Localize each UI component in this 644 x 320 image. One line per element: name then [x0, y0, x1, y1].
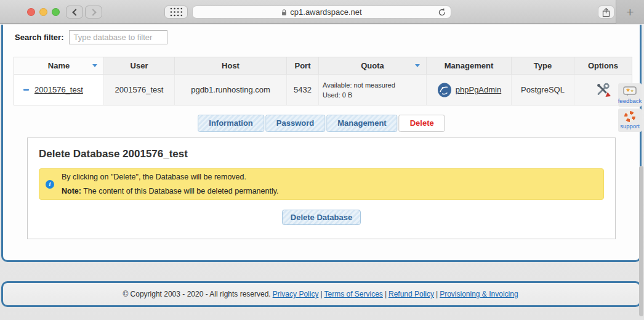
postgresql-elephant-icon	[437, 82, 453, 98]
header-user: User	[104, 57, 175, 74]
zoom-window-button[interactable]	[52, 8, 60, 16]
header-options: Options	[574, 57, 632, 74]
tab-information[interactable]: Information	[198, 115, 264, 132]
table-row: 2001576_test 2001576_test pgdb1.runhosti…	[14, 74, 632, 105]
header-type: Type	[512, 57, 574, 74]
plus-icon: +	[626, 5, 634, 20]
share-icon	[602, 7, 610, 17]
note-text: The content of this Database will be del…	[83, 187, 278, 195]
feedback-stars-icon	[623, 86, 637, 97]
quota-used: Used: 0 B	[323, 91, 352, 99]
chevron-left-icon	[72, 9, 79, 15]
browser-window: cp1.awardspace.net + Search filter:	[0, 0, 644, 320]
warning-text: By clicking on "Delete", the Database wi…	[62, 173, 279, 195]
share-button[interactable]	[598, 6, 614, 18]
reload-button[interactable]	[438, 7, 446, 18]
terms-of-services-link[interactable]: Terms of Services	[324, 290, 383, 298]
chevron-right-icon	[89, 9, 96, 15]
header-name[interactable]: Name	[14, 57, 104, 74]
lifebuoy-icon	[624, 111, 635, 122]
cell-quota: Available: not measured Used: 0 B	[319, 75, 427, 105]
url-text: cp1.awardspace.net	[290, 7, 361, 17]
refund-policy-link[interactable]: Refund Policy	[388, 290, 434, 298]
header-management: Management	[427, 57, 512, 74]
tab-password[interactable]: Password	[265, 115, 325, 132]
cell-user: 2001576_test	[104, 75, 175, 105]
cell-management: phpPgAdmin	[427, 75, 512, 105]
sort-desc-icon[interactable]	[92, 64, 97, 67]
support-label: support	[620, 123, 640, 129]
tab-overview-button[interactable]	[164, 6, 188, 18]
header-port: Port	[287, 57, 319, 74]
warning-box: By clicking on "Delete", the Database wi…	[39, 168, 604, 200]
address-bar[interactable]: cp1.awardspace.net	[192, 6, 451, 18]
cell-host: pgdb1.runhosting.com	[175, 75, 287, 105]
support-badge[interactable]: support	[618, 109, 642, 132]
copyright-text: © Copyright 2003 - 2020 - All rights res…	[123, 290, 270, 298]
quota-available: Available: not measured	[323, 81, 395, 89]
new-tab-button[interactable]: +	[616, 0, 644, 24]
database-tabs: Information Password Management Delete	[198, 115, 445, 132]
cell-type: PostgreSQL	[512, 75, 574, 105]
page-content: Search filter: Name User Host Port Quota	[0, 25, 644, 320]
feedback-badge[interactable]: feedback	[618, 83, 642, 107]
vertical-scrollbar-thumb[interactable]	[639, 166, 643, 316]
manage-tools-icon[interactable]	[595, 81, 611, 98]
main-content-box: Search filter: Name User Host Port Quota	[1, 25, 642, 262]
search-filter-row: Search filter:	[15, 30, 167, 44]
browser-toolbar: cp1.awardspace.net +	[0, 0, 644, 24]
collapse-row-icon[interactable]	[23, 89, 29, 91]
grid-icon	[170, 7, 183, 17]
search-filter-label: Search filter:	[15, 33, 63, 42]
database-table: Name User Host Port Quota Management Typ…	[14, 57, 632, 105]
phppgadmin-link[interactable]: phpPgAdmin	[456, 85, 501, 94]
sort-desc-icon[interactable]	[415, 64, 420, 67]
tab-delete[interactable]: Delete	[399, 115, 445, 132]
provisioning-invoicing-link[interactable]: Provisioning & Invoicing	[440, 290, 518, 298]
panel-title: Delete Database 2001576_test	[39, 148, 615, 160]
close-window-button[interactable]	[27, 8, 35, 16]
delete-database-panel: Delete Database 2001576_test By clicking…	[27, 137, 616, 239]
delete-database-button[interactable]: Delete Database	[282, 210, 361, 225]
database-name-link[interactable]: 2001576_test	[34, 85, 83, 94]
back-button[interactable]	[66, 6, 83, 18]
tab-management[interactable]: Management	[326, 115, 397, 132]
header-quota[interactable]: Quota	[319, 57, 427, 74]
note-label: Note:	[62, 187, 81, 195]
minimize-window-button[interactable]	[39, 8, 47, 16]
reload-icon	[438, 7, 446, 17]
forward-button[interactable]	[85, 6, 102, 18]
table-header-row: Name User Host Port Quota Management Typ…	[14, 57, 632, 74]
lock-icon	[281, 9, 287, 16]
warning-line: By clicking on "Delete", the Database wi…	[62, 173, 279, 181]
privacy-policy-link[interactable]: Privacy Policy	[273, 290, 319, 298]
cell-port: 5432	[287, 75, 319, 105]
info-icon	[46, 180, 54, 189]
header-host: Host	[175, 57, 287, 74]
search-input[interactable]	[69, 30, 167, 44]
cell-name: 2001576_test	[14, 75, 104, 105]
feedback-label: feedback	[618, 97, 642, 104]
footer: © Copyright 2003 - 2020 - All rights res…	[1, 281, 642, 307]
